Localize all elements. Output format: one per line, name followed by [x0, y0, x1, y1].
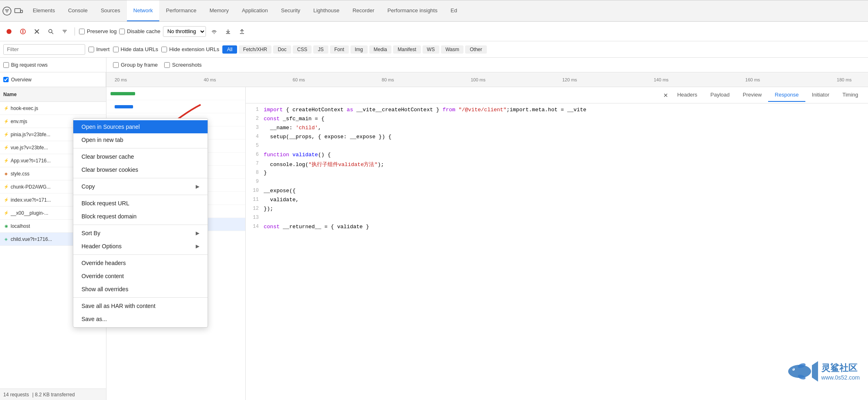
tab-headers[interactable]: Headers [671, 88, 704, 102]
css-icon: ◈ [3, 171, 9, 177]
chip-ws[interactable]: WS [423, 45, 439, 54]
search-button[interactable] [45, 26, 57, 37]
menu-item-block-url[interactable]: Block request URL [73, 197, 208, 210]
line-number: 6 [249, 152, 264, 157]
code-line-13: 13 [246, 215, 868, 224]
hide-extension-urls-checkbox[interactable] [161, 47, 167, 52]
chip-font[interactable]: Font [330, 45, 349, 54]
invert-checkbox[interactable] [88, 47, 94, 52]
menu-item-block-domain[interactable]: Block request domain [73, 210, 208, 223]
menu-item-open-new-tab[interactable]: Open in new tab [73, 133, 208, 146]
tick-labels: 20 ms 40 ms 60 ms 80 ms 100 ms 120 ms 14… [106, 77, 868, 82]
big-rows-label[interactable]: Big request rows [3, 62, 47, 68]
tab-initiator[interactable]: Initiator [805, 88, 836, 102]
menu-item-copy[interactable]: Copy ▶ [73, 180, 208, 193]
tab-sources[interactable]: Sources [94, 0, 127, 21]
tab-performance[interactable]: Performance [159, 0, 203, 21]
group-by-frame-label[interactable]: Group by frame [113, 62, 158, 68]
menu-item-open-sources[interactable]: Open in Sources panel [73, 120, 208, 133]
tab-network[interactable]: Network [127, 0, 160, 21]
clear-button[interactable] [31, 26, 43, 37]
line-content: __name: 'child', [264, 125, 865, 131]
tab-security[interactable]: Security [274, 0, 307, 21]
waterfall-header: 20 ms 40 ms 60 ms 80 ms 100 ms 120 ms 14… [106, 72, 868, 87]
chip-css[interactable]: CSS [293, 45, 312, 54]
filter-input[interactable] [3, 44, 85, 55]
menu-item-clear-cookies[interactable]: Clear browser cookies [73, 163, 208, 176]
preserve-log-label[interactable]: Preserve log [79, 28, 117, 34]
menu-item-header-options[interactable]: Header Options ▶ [73, 240, 208, 253]
line-number: 13 [249, 215, 264, 220]
tab-recorder[interactable]: Recorder [346, 0, 381, 21]
chip-all[interactable]: All [222, 45, 237, 54]
group-by-frame-checkbox[interactable] [113, 62, 119, 68]
tab-lighthouse[interactable]: Lighthouse [307, 0, 346, 21]
chip-other[interactable]: Other [465, 45, 486, 54]
menu-item-save-har[interactable]: Save all as HAR with content [73, 299, 208, 312]
throttle-select[interactable]: No throttling [163, 26, 206, 37]
options-row: Big request rows [0, 58, 106, 72]
tab-response[interactable]: Response [768, 88, 805, 102]
menu-separator-5 [73, 254, 208, 255]
menu-item-show-all-overrides[interactable]: Show all overrides [73, 283, 208, 296]
chip-fetch-xhr[interactable]: Fetch/XHR [239, 45, 272, 54]
screenshots-checkbox[interactable] [164, 62, 170, 68]
disable-cache-label[interactable]: Disable cache [119, 28, 160, 34]
hide-data-urls-label[interactable]: Hide data URLs [113, 46, 158, 52]
code-line-4: 4 setup(__props, { expose: __expose }) { [246, 134, 868, 143]
export-button[interactable] [236, 26, 248, 37]
line-number: 9 [249, 179, 264, 184]
hide-data-urls-checkbox[interactable] [113, 47, 119, 52]
chip-media[interactable]: Media [369, 45, 392, 54]
line-content: }); [264, 206, 865, 212]
preserve-log-checkbox[interactable] [79, 29, 85, 34]
network-conditions-button[interactable] [208, 26, 220, 37]
import-button[interactable] [222, 26, 234, 37]
filter-button[interactable] [59, 26, 70, 37]
chip-doc[interactable]: Doc [273, 45, 291, 54]
code-line-3: 3 __name: 'child', [246, 125, 868, 134]
close-detail-button[interactable]: ✕ [661, 90, 671, 100]
submenu-arrow-icon: ▶ [196, 230, 199, 236]
tick-40ms: 40 ms [203, 77, 224, 82]
menu-item-override-headers[interactable]: Override headers [73, 256, 208, 270]
screenshots-text: Screenshots [172, 62, 201, 68]
responsive-icon[interactable] [14, 7, 23, 16]
tab-payload[interactable]: Payload [704, 88, 736, 102]
tick-180ms: 180 ms [837, 77, 860, 82]
tab-performance-insights[interactable]: Performance insights [381, 0, 444, 21]
detail-panel: ✕ Headers Payload Preview Response Initi… [246, 87, 868, 400]
line-number: 2 [249, 116, 264, 121]
chip-manifest[interactable]: Manifest [393, 45, 420, 54]
big-rows-text: Big request rows [11, 62, 47, 68]
menu-item-clear-cache[interactable]: Clear browser cache [73, 150, 208, 163]
request-count: 14 requests [3, 392, 29, 398]
screenshots-label[interactable]: Screenshots [164, 62, 201, 68]
hide-extension-urls-label[interactable]: Hide extension URLs [161, 46, 219, 52]
invert-label[interactable]: Invert [88, 46, 110, 52]
code-line-11: 11 validate, [246, 197, 868, 206]
tab-ed[interactable]: Ed [444, 0, 463, 21]
devtools-logo-icon [2, 7, 11, 16]
tab-console[interactable]: Console [61, 0, 94, 21]
tab-memory[interactable]: Memory [203, 0, 235, 21]
line-number: 3 [249, 125, 264, 130]
chip-js[interactable]: JS [313, 45, 328, 54]
tab-elements[interactable]: Elements [26, 0, 61, 21]
tab-timing[interactable]: Timing [836, 88, 865, 102]
overview-checkbox[interactable] [3, 77, 9, 82]
record-button[interactable] [3, 26, 15, 37]
overview-row: Overview [0, 72, 106, 87]
stop-button[interactable] [17, 26, 29, 37]
menu-item-save-as[interactable]: Save as... [73, 312, 208, 326]
chip-img[interactable]: Img [350, 45, 368, 54]
list-item[interactable]: ⚡ hook-exec.js [0, 102, 106, 115]
tab-preview[interactable]: Preview [736, 88, 768, 102]
disable-cache-checkbox[interactable] [119, 29, 125, 34]
big-rows-checkbox[interactable] [3, 62, 9, 68]
tab-application[interactable]: Application [235, 0, 275, 21]
menu-item-sort-by[interactable]: Sort By ▶ [73, 227, 208, 240]
menu-item-override-content[interactable]: Override content [73, 270, 208, 283]
tick-20ms: 20 ms [115, 77, 135, 82]
chip-wasm[interactable]: Wasm [441, 45, 464, 54]
